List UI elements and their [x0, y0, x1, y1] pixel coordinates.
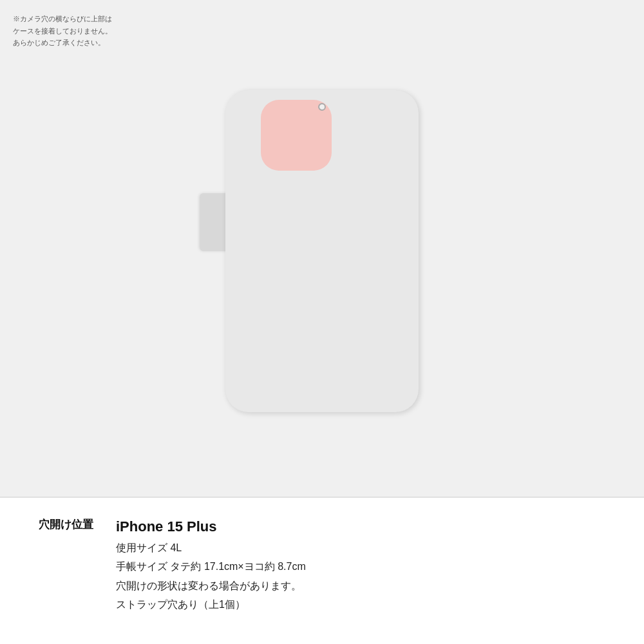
info-row-main: 穴開け位置 iPhone 15 Plus 使用サイズ 4L 手帳サイズ タテ約 … — [39, 517, 605, 613]
info-label: 穴開け位置 — [39, 517, 116, 532]
info-content: iPhone 15 Plus 使用サイズ 4L 手帳サイズ タテ約 17.1cm… — [116, 517, 306, 613]
device-name: iPhone 15 Plus — [116, 517, 306, 537]
case-image-area: ※カメラ穴の横ならびに上部は ケースを接着しておりません。 あらかじめご了承くだ… — [0, 0, 644, 497]
page-container: ※カメラ穴の横ならびに上部は ケースを接着しておりません。 あらかじめご了承くだ… — [0, 0, 644, 644]
size-label: 使用サイズ 4L — [116, 540, 306, 556]
strap-hole — [318, 103, 326, 111]
dimensions-label: 手帳サイズ タテ約 17.1cm×ヨコ約 8.7cm — [116, 558, 306, 575]
case-body — [225, 90, 419, 412]
strap-note: ストラップ穴あり（上1個） — [116, 596, 306, 613]
shape-note: 穴開けの形状は変わる場合があります。 — [116, 578, 306, 594]
camera-note-text: ※カメラ穴の横ならびに上部は ケースを接着しておりません。 あらかじめご了承くだ… — [13, 13, 112, 49]
case-illustration — [200, 90, 444, 425]
strap-tab — [200, 193, 228, 251]
info-section: 穴開け位置 iPhone 15 Plus 使用サイズ 4L 手帳サイズ タテ約 … — [0, 497, 644, 644]
